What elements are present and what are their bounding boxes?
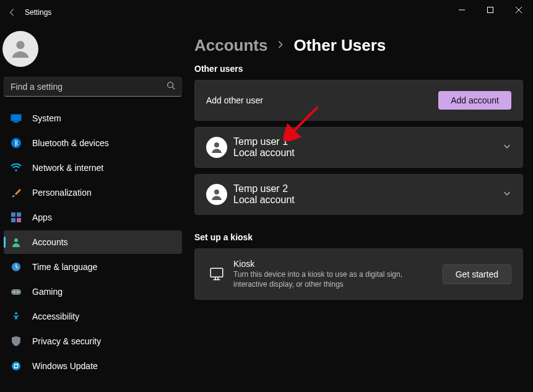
shield-icon [10,335,22,347]
svg-point-18 [14,292,15,293]
nav-time-language[interactable]: Time & language [4,255,182,279]
svg-point-10 [15,170,17,172]
nav-label: System [32,113,61,123]
accessibility-icon [10,310,22,323]
svg-point-24 [214,189,219,194]
kiosk-icon [206,264,227,285]
apps-icon [10,211,22,224]
user-type: Local account [233,194,295,206]
brush-icon [10,186,22,199]
person-icon [206,184,227,205]
svg-rect-1 [488,7,493,13]
wifi-icon [10,162,22,174]
window-controls [448,0,533,20]
user-name: Temp user 1 [233,136,295,147]
svg-rect-13 [11,218,15,222]
add-user-card: Add other user Add account [194,80,523,121]
svg-rect-25 [210,268,223,277]
breadcrumb-parent[interactable]: Accounts [194,36,267,55]
bluetooth-icon [10,137,22,149]
sidebar: System Bluetooth & devices Network & int… [0,25,186,392]
svg-rect-7 [11,115,22,121]
nav-label: Time & language [32,262,97,272]
search-box[interactable] [4,77,182,97]
user-type: Local account [233,147,295,159]
kiosk-heading: Set up a kiosk [194,232,523,242]
nav-privacy[interactable]: Privacy & security [4,329,182,353]
minimize-button[interactable] [448,0,476,20]
svg-rect-17 [11,289,21,295]
nav-label: Accounts [32,237,68,247]
nav-personalization[interactable]: Personalization [4,181,182,204]
nav-label: Privacy & security [32,336,101,346]
profile-header[interactable] [4,25,182,76]
nav-apps[interactable]: Apps [4,206,182,229]
svg-point-5 [168,82,173,88]
nav-label: Bluetooth & devices [32,138,109,148]
nav-system[interactable]: System [4,107,182,130]
chevron-right-icon [276,40,285,51]
chevron-down-icon [503,142,511,153]
clock-icon [10,261,22,273]
close-button[interactable] [505,0,533,20]
get-started-button[interactable]: Get started [443,264,511,284]
nav-accessibility[interactable]: Accessibility [4,305,182,328]
avatar [2,31,38,67]
svg-rect-14 [17,218,21,222]
svg-point-15 [14,238,18,242]
user-name: Temp user 2 [233,183,295,194]
nav-label: Network & internet [32,163,103,173]
svg-rect-11 [11,212,15,217]
nav-bluetooth[interactable]: Bluetooth & devices [4,131,182,155]
svg-rect-8 [14,121,19,123]
update-icon [10,360,22,372]
breadcrumb: Accounts Other Users [194,36,523,55]
main-content: Accounts Other Users Other users Add oth… [186,25,533,392]
user-row[interactable]: Temp user 2 Local account [194,174,523,215]
maximize-button[interactable] [476,0,505,20]
nav-gaming[interactable]: Gaming [4,280,182,303]
back-button[interactable] [5,5,20,20]
nav-windows-update[interactable]: Windows Update [4,354,182,378]
person-icon [10,236,22,248]
svg-point-22 [214,142,219,147]
search-icon [167,81,175,92]
user-row[interactable]: Temp user 1 Local account [194,127,523,168]
nav-accounts[interactable]: Accounts [4,230,182,254]
svg-line-6 [173,87,175,90]
nav-network[interactable]: Network & internet [4,156,182,180]
system-icon [10,112,22,124]
nav-label: Windows Update [32,361,98,371]
window-title: Settings [25,8,51,17]
nav-label: Apps [32,212,52,222]
svg-point-21 [12,362,20,370]
chevron-down-icon [503,189,511,200]
search-input[interactable] [11,82,167,92]
add-user-label: Add other user [206,95,263,105]
other-users-heading: Other users [194,64,523,74]
nav-label: Personalization [32,188,92,198]
gaming-icon [10,285,22,298]
kiosk-card: Kiosk Turn this device into a kiosk to u… [194,248,523,300]
nav-list: System Bluetooth & devices Network & int… [4,107,182,378]
kiosk-title: Kiosk [233,259,419,269]
svg-point-19 [17,292,19,293]
nav-label: Gaming [32,287,63,297]
svg-point-20 [15,312,17,315]
breadcrumb-current: Other Users [293,36,386,55]
svg-rect-12 [17,212,21,217]
add-account-button[interactable]: Add account [438,91,511,110]
kiosk-desc: Turn this device into a kiosk to use as … [233,270,419,289]
person-icon [206,137,227,158]
svg-point-4 [16,41,24,49]
nav-label: Accessibility [32,311,79,321]
